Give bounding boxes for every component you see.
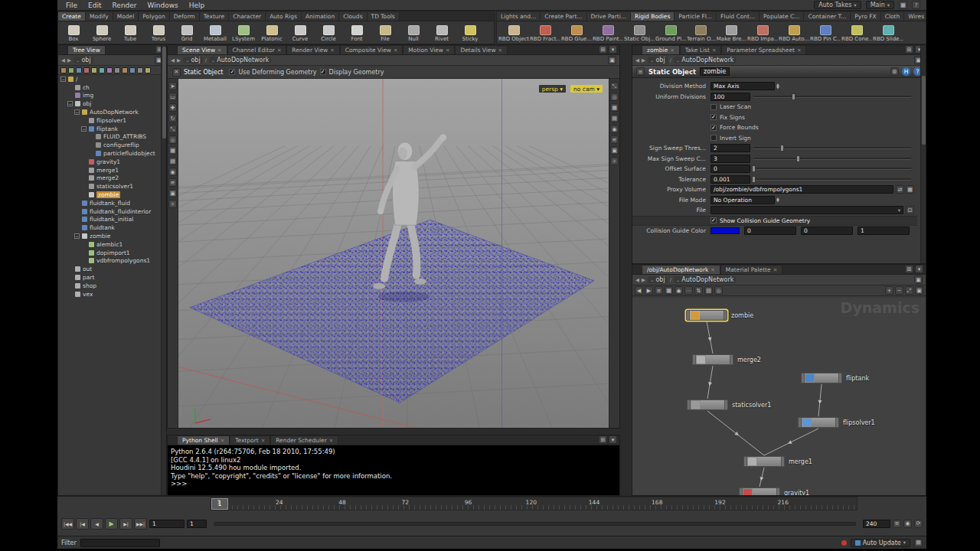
tab-python-shell[interactable]: Python Shell✕ <box>177 435 230 445</box>
checkbox-icon[interactable]: ✓ <box>710 125 717 131</box>
pane-maximize-icon[interactable]: ▾ <box>609 45 617 54</box>
shelf-tool-rbd-slide[interactable]: RBD Slide... <box>873 22 903 44</box>
menu-file[interactable]: File <box>60 2 83 9</box>
shelf-tab-container-t[interactable]: Container T... <box>804 12 851 21</box>
node-display-flag[interactable] <box>740 488 743 495</box>
tree-item-gravity1[interactable]: gravity1 <box>58 158 161 166</box>
toggle-display-geometry[interactable]: ✓Display Geometry <box>320 69 384 76</box>
tree-item-part[interactable]: part <box>58 273 161 282</box>
close-icon[interactable]: ✕ <box>712 47 716 54</box>
shelf-tab-polygon[interactable]: Polygon <box>139 12 169 21</box>
desktop-icon[interactable]: ▦ <box>899 1 907 9</box>
checkbox-icon[interactable]: ✓ <box>710 114 717 120</box>
shelf-tab-wires[interactable]: Wires <box>904 12 926 21</box>
param-slider-max-sign-sweep-c[interactable] <box>753 158 911 160</box>
tree-item-ch[interactable]: ch <box>58 83 161 92</box>
close-icon[interactable]: ✕ <box>220 438 224 444</box>
node-display-flag[interactable] <box>688 400 691 409</box>
shelf-tool-null[interactable]: Null <box>400 22 427 44</box>
play-reverse-button[interactable]: ◀ <box>90 518 103 530</box>
checkbox-icon[interactable]: ✓ <box>320 69 326 75</box>
tree-toolbar-icon[interactable] <box>137 67 143 73</box>
shading-icon[interactable]: ≋ <box>610 135 619 144</box>
tree-item-fluid-attribs[interactable]: FLUID_ATTRIBS <box>58 133 161 142</box>
spinner-icon[interactable]: ▲▼ <box>776 197 779 203</box>
shelf-tab-character[interactable]: Character <box>229 12 266 21</box>
render-region-icon[interactable]: ▣ <box>168 189 177 197</box>
tab-scene-view[interactable]: Scene View✕ <box>177 45 227 54</box>
snap-icon[interactable]: ▦ <box>168 146 177 155</box>
network-canvas[interactable]: Dynamics zombiemerge2fliptankstaticsolve… <box>632 298 926 495</box>
realtime-toggle-icon[interactable]: ◉ <box>903 520 912 528</box>
shelf-tab-fluid-cont[interactable]: Fluid Cont... <box>717 12 760 21</box>
node-display-flag[interactable] <box>744 457 747 466</box>
pointer-icon[interactable]: ➤ <box>168 82 177 90</box>
spinner-icon[interactable]: ▲▼ <box>776 83 779 89</box>
shelf-tool-rbd-cone[interactable]: RBD Cone... <box>841 22 872 44</box>
tab-tree-view[interactable]: Tree View <box>67 45 106 54</box>
lights-icon[interactable]: ◉ <box>610 125 619 133</box>
file-chooser-icon[interactable]: ⊡ <box>906 206 914 214</box>
viewport-canvas[interactable] <box>178 79 609 428</box>
tree-item-flipsolver1[interactable]: flipsolver1 <box>58 116 161 125</box>
node-display-flag[interactable] <box>799 418 802 427</box>
node-display-flag[interactable] <box>693 355 696 364</box>
play-forward-button[interactable]: ▶ <box>105 518 118 530</box>
layout-icon[interactable]: ⤡ <box>610 82 619 90</box>
close-icon[interactable]: ✕ <box>797 47 801 54</box>
node-bypass-flag[interactable] <box>776 488 779 495</box>
tree-item-zombie[interactable]: −zombie <box>58 232 161 240</box>
tree-item-vex[interactable]: vex <box>58 290 161 298</box>
jump-to-start-button[interactable]: |◀◀ <box>61 518 74 530</box>
shelf-tool-static-obj[interactable]: Static Obj... <box>624 22 655 44</box>
shelf-tool-rbd-fract[interactable]: RBD Fract... <box>530 22 560 44</box>
tab-zombie[interactable]: zombie✕ <box>642 45 680 54</box>
param-value-file[interactable]: ▾ <box>710 206 903 214</box>
zoom-out-icon[interactable]: − <box>895 286 903 295</box>
tree-item-out[interactable]: out <box>58 265 161 273</box>
network-node-merge1[interactable]: merge1 <box>743 456 785 467</box>
close-icon[interactable]: ✕ <box>773 267 777 273</box>
node-bypass-flag[interactable] <box>730 355 733 364</box>
tree-toolbar-icon[interactable] <box>76 67 82 73</box>
shelf-tab-texture[interactable]: Texture <box>200 12 229 21</box>
frame-all-icon[interactable]: ⤢ <box>905 286 913 295</box>
tree-toolbar-icon[interactable] <box>129 67 136 73</box>
shelf-tool-rbd-object[interactable]: RBD Object <box>498 22 529 44</box>
shelf-tool-font[interactable]: Font <box>343 22 371 44</box>
expander-icon[interactable]: − <box>74 109 80 115</box>
path-segment-autodopnetwork[interactable]: ⌄AutoDopNetwork <box>674 276 737 283</box>
tree-item-fluidtank-fluidinterior[interactable]: fluidtank_fluidinterior <box>58 207 161 216</box>
tree-item-autodopnetwork[interactable]: −AutoDopNetwork <box>58 108 161 116</box>
forward-arrow-icon[interactable]: ▶ <box>642 57 645 64</box>
close-icon[interactable]: ✕ <box>330 47 334 54</box>
tab-material-palette[interactable]: Material Palette✕ <box>720 265 782 274</box>
checkbox-icon[interactable]: ✓ <box>710 217 717 223</box>
expander-icon[interactable]: − <box>60 77 66 82</box>
shelf-tool-curve[interactable]: Curve <box>286 22 314 44</box>
pane-maximize-icon[interactable]: ▾ <box>915 265 923 273</box>
menu-render[interactable]: Render <box>107 2 142 9</box>
pane-split-icon[interactable]: ⊞ <box>599 45 607 54</box>
pane-maximize-icon[interactable]: ▾ <box>609 435 617 444</box>
network-node-gravity1[interactable]: gravity1 <box>739 487 780 495</box>
message-log-icon[interactable]: ▤ <box>914 539 923 547</box>
jump-to-end-button[interactable]: ▶▶| <box>134 518 147 530</box>
tab-composite-view[interactable]: Composite View✕ <box>340 45 403 54</box>
shelf-tool-rbd-impa[interactable]: RBD Impa... <box>747 22 778 44</box>
tree-item-obj[interactable]: −obj <box>58 99 161 108</box>
color-component-field[interactable]: 1 <box>858 227 910 235</box>
back-arrow-icon[interactable]: ◀ <box>61 57 65 64</box>
take-dropdown[interactable]: Main▾ <box>866 1 894 9</box>
path-segment-obj[interactable]: ⌄obj <box>183 57 203 64</box>
tab-motion-view[interactable]: Motion View✕ <box>403 45 455 54</box>
python-shell-output[interactable]: Python 2.6.4 (r264:75706, Feb 18 2010, 1… <box>168 445 619 495</box>
tree-toolbar-icon[interactable] <box>145 67 151 73</box>
node-jump-icon[interactable]: ⇄ <box>896 185 904 194</box>
path-segment-obj[interactable]: ⌄obj <box>648 276 668 283</box>
close-icon[interactable]: ✕ <box>498 47 502 54</box>
parameter-scrollbar[interactable] <box>920 45 926 263</box>
tree-toolbar-icon[interactable] <box>60 67 67 73</box>
help-icon[interactable]: ? <box>912 1 920 9</box>
param-slider-uniform-divisions[interactable] <box>753 96 911 98</box>
